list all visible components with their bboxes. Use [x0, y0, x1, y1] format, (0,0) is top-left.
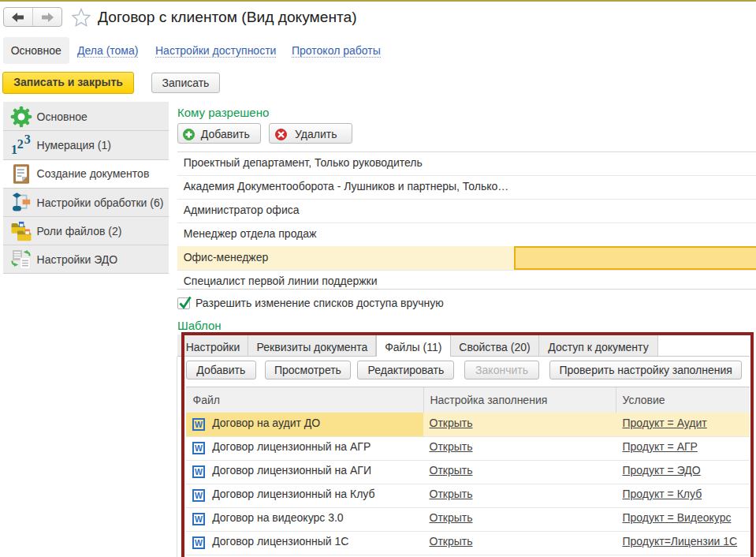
svg-text:W: W [195, 491, 203, 500]
svg-text:W: W [195, 443, 203, 453]
svg-text:W: W [195, 538, 203, 548]
svg-text:W: W [195, 467, 203, 477]
svg-text:W: W [195, 514, 203, 524]
svg-text:W: W [195, 420, 203, 429]
